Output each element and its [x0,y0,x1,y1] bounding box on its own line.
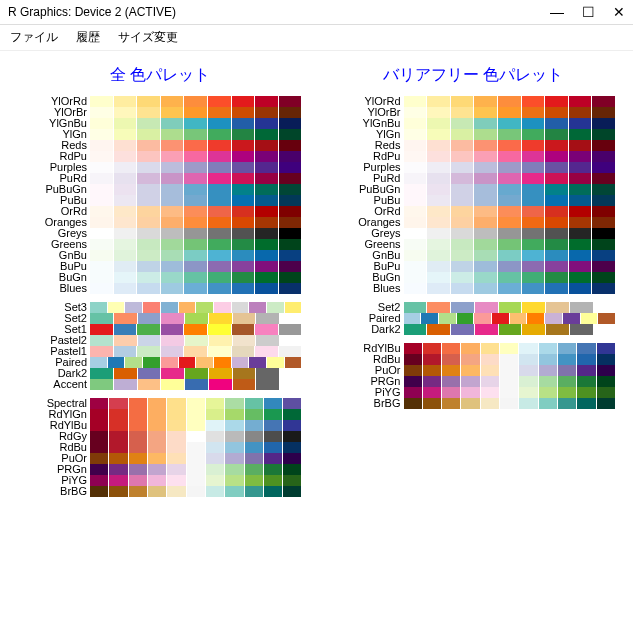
color-swatch [279,324,302,335]
color-swatch [522,250,546,261]
swatch-strip [90,96,302,107]
color-swatch [90,324,114,335]
color-swatch [90,346,114,357]
maximize-icon[interactable]: ☐ [582,4,595,20]
color-swatch [90,195,114,206]
close-icon[interactable]: ✕ [613,4,625,20]
menu-history[interactable]: 履歴 [76,29,100,46]
color-swatch [90,453,109,464]
color-swatch [184,239,208,250]
color-swatch [597,354,615,365]
color-swatch [109,431,128,442]
palette-group: RdYlBuRdBuPuOrPRGnPiYGBrBG [332,343,616,409]
color-swatch [404,365,423,376]
color-swatch [161,228,185,239]
color-swatch [404,283,428,294]
color-swatch [427,129,451,140]
color-swatch [522,96,546,107]
swatch-strip [90,107,302,118]
swatch-strip [404,195,616,206]
swatch-strip [90,151,302,162]
color-swatch [161,96,185,107]
color-swatch [232,357,250,368]
color-swatch [245,398,264,409]
color-swatch [109,442,128,453]
color-swatch [138,368,162,379]
color-swatch [592,283,615,294]
color-swatch [114,140,138,151]
color-swatch [474,250,498,261]
swatch-strip [90,173,302,184]
color-swatch [597,398,615,409]
color-swatch [404,96,428,107]
color-swatch [137,184,161,195]
menu-file[interactable]: ファイル [10,29,58,46]
color-swatch [208,206,232,217]
color-swatch [90,475,109,486]
color-swatch [423,376,442,387]
swatch-strip [90,409,302,420]
color-swatch [187,431,206,442]
color-swatch [90,217,114,228]
swatch-strip [404,151,616,162]
window-controls: — ☐ ✕ [550,4,625,20]
swatch-strip [90,140,302,151]
color-swatch [161,195,185,206]
color-swatch [161,129,185,140]
color-swatch [137,346,161,357]
color-swatch [255,346,279,357]
color-swatch [592,184,615,195]
color-swatch [569,250,593,261]
color-swatch [498,283,522,294]
color-swatch [208,129,232,140]
color-swatch [442,376,461,387]
left-column: 全 色パレット YlOrRdYlOrBrYlGnBuYlGnRedsRdPuPu… [18,65,302,505]
color-swatch [233,313,257,324]
color-swatch [232,239,256,250]
color-swatch [427,140,451,151]
color-swatch [214,302,232,313]
color-swatch [138,379,162,390]
palette-label: Blues [18,283,90,294]
color-swatch [90,442,109,453]
color-swatch [474,162,498,173]
color-swatch [427,302,451,313]
color-swatch [522,261,546,272]
color-swatch [569,239,593,250]
color-swatch [232,162,256,173]
color-swatch [232,140,256,151]
color-swatch [558,354,577,365]
color-swatch [161,346,185,357]
color-swatch [129,475,148,486]
color-swatch [137,151,161,162]
color-swatch [427,228,451,239]
palette-group: SpectralRdYlGnRdYlBuRdGyRdBuPuOrPRGnPiYG… [18,398,302,497]
swatch-strip [404,387,616,398]
color-swatch [569,96,593,107]
swatch-strip [404,272,616,283]
color-swatch [558,365,577,376]
color-swatch [109,453,128,464]
color-swatch [161,302,179,313]
color-swatch [404,217,428,228]
color-swatch [256,368,279,379]
color-swatch [577,343,596,354]
menu-resize[interactable]: サイズ変更 [118,29,178,46]
color-swatch [225,464,244,475]
color-swatch [500,387,519,398]
window-titlebar: R Graphics: Device 2 (ACTIVE) — ☐ ✕ [0,0,633,25]
color-swatch [90,486,109,497]
color-swatch [187,398,206,409]
swatch-strip [404,162,616,173]
color-swatch [545,162,569,173]
color-swatch [179,357,197,368]
color-swatch [283,398,301,409]
color-swatch [255,261,279,272]
minimize-icon[interactable]: — [550,4,564,20]
color-swatch [208,283,232,294]
palette-row: Set3 [18,302,302,313]
color-swatch [423,354,442,365]
color-swatch [577,354,596,365]
color-swatch [279,151,302,162]
color-swatch [285,302,302,313]
